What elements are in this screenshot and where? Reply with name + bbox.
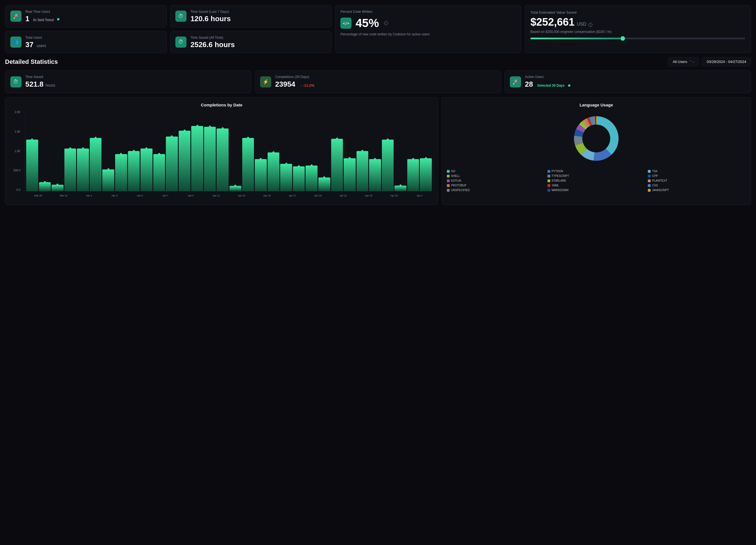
- x-label: Apr 1: [77, 194, 101, 197]
- bar: [52, 185, 64, 191]
- legend-item: UNSPECIFIED: [447, 189, 545, 192]
- bar: [382, 140, 394, 191]
- bar: [229, 186, 241, 191]
- top-stats-grid: 🚀 Real Time Users 1 in last hour 👥 Total…: [5, 5, 751, 53]
- bar: [153, 154, 165, 191]
- legend-item: PROTOBUF: [447, 184, 545, 187]
- total-users-label: Total Users: [25, 36, 46, 40]
- bar-group: [293, 111, 305, 191]
- bar: [166, 137, 178, 192]
- bar-group: [229, 111, 241, 191]
- realtime-value: 1 in last hour: [25, 15, 59, 23]
- bar-group: [26, 111, 38, 191]
- x-label: Apr 23: [356, 194, 381, 197]
- user-filter-select[interactable]: All Users ⌃⌄: [668, 57, 699, 66]
- bar-group: [331, 111, 343, 191]
- bar: [331, 139, 343, 191]
- x-label: Apr 3: [102, 194, 127, 197]
- bar-chart-card: Completions by Date 2.0K 1.5K 1.0K 500.0…: [5, 97, 438, 205]
- legend-dot: [447, 189, 450, 192]
- bar: [26, 140, 38, 191]
- legend-dot: [648, 184, 651, 187]
- bar-group: [128, 111, 140, 191]
- bar-group: [255, 111, 267, 191]
- total-users-card: 👥 Total Users 37 users: [5, 31, 167, 54]
- x-label: Apr 7: [153, 194, 178, 197]
- bar: [318, 178, 330, 191]
- x-label: Apr 17: [280, 194, 305, 197]
- bar: [344, 158, 356, 191]
- active-users-stat-card: 🚀 Active Users 28 Selected 30 Days: [505, 70, 751, 93]
- legend-item: MARKDOWN: [547, 189, 645, 192]
- donut-svg: [568, 111, 624, 166]
- value-slider-track[interactable]: [530, 38, 745, 39]
- rocket-icon: 🚀: [10, 11, 21, 22]
- time-saved-stat-card: ⏱ Time Saved 521.8 hours: [5, 70, 251, 93]
- realtime-users-card: 🚀 Real Time Users 1 in last hour: [5, 5, 167, 28]
- bar: [268, 153, 280, 191]
- bolt-icon: ⚡: [260, 76, 271, 88]
- bar-group: [280, 111, 292, 191]
- total-value-card: Total Estimated Value Saved $252,661 USD…: [525, 5, 751, 53]
- x-label: Apr 9: [178, 194, 203, 197]
- time-saved-stat-text: Time Saved 521.8 hours: [25, 75, 55, 89]
- bar-group: [166, 111, 178, 191]
- legend-dot: [447, 184, 450, 187]
- bar-group: [115, 111, 127, 191]
- total-value-sub: Based on $200,000 engineer compensation …: [530, 30, 745, 34]
- bar: [420, 158, 432, 191]
- time-saved-all-card: ⏱ Time Saved (All Time) 2526.6 hours: [170, 31, 332, 54]
- realtime-label: Real Time Users: [25, 10, 59, 14]
- legend-item: CSS: [648, 184, 746, 187]
- bar-group: [318, 111, 330, 191]
- donut-wrapper: GOPYTHONTSXSHELLTYPESCRIPTCPPKOTLINSTARL…: [447, 111, 746, 192]
- clock-icon-all: ⏱: [175, 37, 186, 48]
- legend-item: KOTLIN: [447, 179, 545, 182]
- bar-group: [420, 111, 432, 191]
- bar-group: [153, 111, 165, 191]
- x-label: Mar 31: [51, 194, 76, 197]
- active-users-selected: Selected 30 Days: [537, 84, 564, 88]
- legend-grid: GOPYTHONTSXSHELLTYPESCRIPTCPPKOTLINSTARL…: [447, 170, 746, 192]
- legend-item: SHELL: [447, 175, 545, 178]
- bar-group: [179, 111, 191, 191]
- date-range-picker[interactable]: 03/29/2024 - 04/27/2024: [702, 57, 751, 66]
- stats-row: ⏱ Time Saved 521.8 hours ⚡ Completions (…: [5, 70, 751, 93]
- bar: [407, 159, 419, 192]
- users-icon: 👥: [10, 37, 21, 48]
- bar-group: [64, 111, 76, 191]
- legend-item: TYPESCRIPT: [547, 175, 645, 178]
- bar-group: [191, 111, 203, 191]
- x-label: Apr 11: [204, 194, 228, 197]
- x-label: Apr 5: [128, 194, 152, 197]
- x-label: Mar 29: [26, 194, 50, 197]
- bars-area: [25, 111, 433, 192]
- x-label: Apr 25: [382, 194, 406, 197]
- section-header: Detailed Statistics All Users ⌃⌄ 03/29/2…: [5, 57, 751, 66]
- time-saved-7d-card: ⏱ Time Saved (Last 7 Days) 120.6 hours: [170, 5, 332, 28]
- legend-item: JAVASCRIPT: [648, 189, 746, 192]
- completions-stat-text: Completions (30 Days) 23954 ↓ -11.2%: [275, 75, 314, 89]
- bar-group: [242, 111, 254, 191]
- time-saved-all-label: Time Saved (All Time): [190, 36, 235, 40]
- active-dot: [568, 84, 570, 87]
- value-slider-thumb: [621, 36, 625, 41]
- legend-dot: [447, 180, 450, 182]
- bar-group: [369, 111, 381, 191]
- percent-info-icon[interactable]: i: [384, 21, 388, 25]
- legend-item: GO: [447, 170, 545, 173]
- value-info-icon[interactable]: i: [588, 23, 592, 27]
- completions-stat-card: ⚡ Completions (30 Days) 23954 ↓ -11.2%: [255, 70, 501, 93]
- percent-code-sub: Percentage of new code written by Codeiu…: [340, 32, 516, 37]
- chevron-down-icon: ⌃⌄: [689, 60, 694, 64]
- legend-dot: [547, 184, 550, 187]
- donut-chart-card: Language Usage GOPYTHONTSXSHELLTYPESCRIP…: [442, 97, 751, 205]
- active-users-stat-value: 28 Selected 30 Days: [525, 80, 570, 89]
- bar: [102, 170, 114, 191]
- time-saved-all-text: Time Saved (All Time) 2526.6 hours: [190, 36, 235, 49]
- left-col: 🚀 Real Time Users 1 in last hour 👥 Total…: [5, 5, 167, 53]
- legend-dot: [648, 175, 651, 178]
- middle-col: ⏱ Time Saved (Last 7 Days) 120.6 hours ⏱…: [170, 5, 332, 53]
- x-label: Apr 21: [331, 194, 355, 197]
- percent-code-label: Percent Code Written: [340, 10, 516, 14]
